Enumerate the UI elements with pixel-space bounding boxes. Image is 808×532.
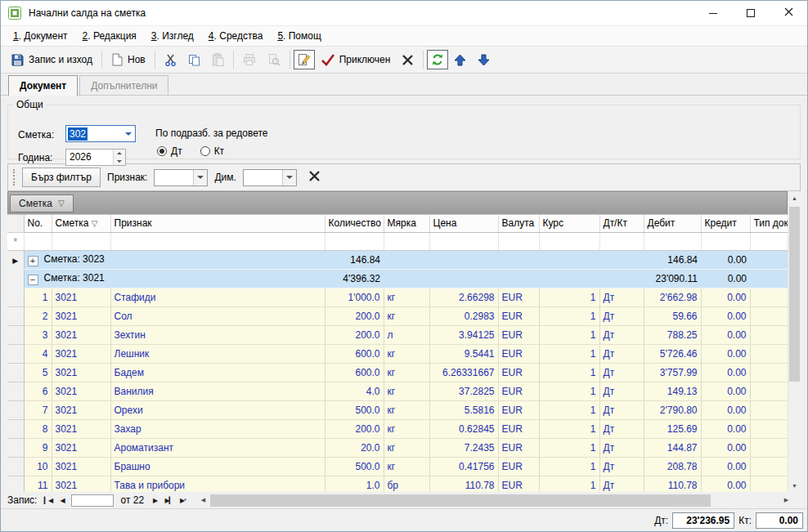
cell-credit[interactable]: 0.00 — [701, 457, 750, 476]
horizontal-scrollbar[interactable]: ◀ ▶ — [196, 494, 793, 507]
tab-additional[interactable]: Допълнителни — [79, 75, 168, 95]
cell-currency[interactable]: EUR — [498, 363, 539, 382]
cell-qty[interactable]: 200.0 — [325, 325, 384, 344]
account-combobox[interactable]: 302 — [65, 125, 136, 142]
cell-doctype[interactable] — [750, 438, 788, 457]
menu-item-3[interactable]: 3. Изглед — [144, 27, 201, 45]
cell-credit[interactable]: 0.00 — [701, 325, 750, 344]
group-row[interactable]: ▶+Сметка: 3023146.84146.840.00 — [7, 250, 788, 269]
minimize-button[interactable] — [694, 1, 732, 25]
cell-no[interactable]: 6 — [24, 382, 52, 400]
horizontal-scroll-track[interactable] — [210, 494, 779, 507]
vertical-scroll-thumb[interactable] — [789, 207, 800, 382]
filter-cell-price[interactable] — [429, 232, 498, 250]
vertical-scrollbar[interactable]: ▲ ▼ — [788, 191, 801, 492]
cell-currency[interactable]: EUR — [498, 400, 539, 419]
column-header-qty[interactable]: Количество — [325, 215, 384, 232]
close-button[interactable] — [770, 1, 807, 25]
maximize-button[interactable] — [732, 1, 770, 25]
cell-priznak[interactable]: Стафиди — [110, 288, 325, 306]
cell-unit[interactable]: кг — [384, 288, 429, 306]
save-exit-button[interactable]: Запис и изход — [5, 49, 98, 71]
column-header-priznak[interactable]: Признак — [110, 215, 325, 232]
year-spinner[interactable]: 2026 — [65, 149, 126, 166]
cell-unit[interactable]: кг — [384, 438, 429, 457]
filter-cell-credit[interactable] — [701, 232, 750, 250]
cell-dtkt[interactable]: Дт — [599, 438, 644, 457]
column-header-rate[interactable]: Курс — [539, 215, 599, 232]
next-record-button[interactable]: ▶ — [148, 494, 162, 507]
cell-debit[interactable]: 3'757.99 — [644, 363, 701, 382]
cell-credit[interactable]: 0.00 — [701, 382, 750, 400]
drag-grip[interactable] — [13, 169, 16, 186]
cell-no[interactable]: 7 — [24, 400, 52, 419]
cell-doctype[interactable] — [750, 457, 788, 476]
cell-priznak[interactable]: Зехтин — [110, 325, 325, 344]
column-header-currency[interactable]: Валута — [498, 215, 539, 232]
cell-no[interactable]: 10 — [24, 457, 52, 476]
cell-unit[interactable]: кг — [384, 363, 429, 382]
cell-rate[interactable]: 1 — [539, 306, 599, 325]
filter-cell-currency[interactable] — [498, 232, 539, 250]
cell-debit[interactable]: 788.25 — [644, 325, 701, 344]
cell-no[interactable]: 1 — [24, 288, 52, 306]
cell-credit[interactable]: 0.00 — [701, 400, 750, 419]
horizontal-scroll-thumb[interactable] — [210, 494, 711, 507]
cell-no[interactable]: 8 — [24, 419, 52, 438]
cell-dtkt[interactable]: Дт — [599, 419, 644, 438]
cell-credit[interactable]: 0.00 — [701, 363, 750, 382]
cell-currency[interactable]: EUR — [498, 457, 539, 476]
filter-cell-dtkt[interactable] — [599, 232, 644, 250]
cell-currency[interactable]: EUR — [498, 382, 539, 400]
menu-item-2[interactable]: 2. Редакция — [75, 27, 144, 45]
cell-qty[interactable]: 500.0 — [325, 457, 384, 476]
cell-doctype[interactable] — [750, 344, 788, 363]
cell-unit[interactable]: кг — [384, 400, 429, 419]
new-button[interactable]: Нов — [105, 49, 151, 70]
cell-price[interactable]: 7.2435 — [429, 438, 498, 457]
last-record-button[interactable]: ▶▎ — [162, 494, 176, 507]
cell-qty[interactable]: 200.0 — [325, 419, 384, 438]
spin-down-icon[interactable] — [114, 158, 125, 166]
cell-unit[interactable]: кг — [384, 382, 429, 400]
menu-item-4[interactable]: 4. Средства — [201, 27, 271, 45]
cell-priznak[interactable]: Тава и прибори — [110, 476, 325, 492]
radio-dt[interactable]: Дт — [157, 145, 182, 157]
cell-account[interactable]: 3021 — [52, 363, 110, 382]
cell-account[interactable]: 3021 — [52, 438, 110, 457]
menu-item-1[interactable]: 1. Документ — [6, 27, 75, 45]
cell-doctype[interactable] — [750, 400, 788, 419]
paste-button[interactable] — [206, 49, 230, 70]
cell-priznak[interactable]: Ароматизант — [110, 438, 325, 457]
scroll-left-icon[interactable]: ◀ — [196, 494, 210, 507]
cell-no[interactable]: 4 — [24, 344, 52, 363]
group-row[interactable]: −Сметка: 30214'396.3223'090.110.00 — [7, 269, 788, 288]
column-header-no[interactable]: No. — [24, 215, 52, 232]
tab-document[interactable]: Документ — [8, 75, 78, 96]
cell-qty[interactable]: 200.0 — [325, 306, 384, 325]
cell-doctype[interactable] — [750, 306, 788, 325]
cell-doctype[interactable] — [750, 363, 788, 382]
cell-rate[interactable]: 1 — [539, 476, 599, 492]
cell-credit[interactable]: 0.00 — [701, 476, 750, 492]
cell-debit[interactable]: 208.78 — [644, 457, 701, 476]
filter-cell-rate[interactable] — [539, 232, 599, 250]
dim-combobox[interactable] — [243, 169, 297, 186]
filter-cell-qty[interactable] — [325, 232, 384, 250]
scroll-up-icon[interactable]: ▲ — [788, 191, 801, 204]
cell-dtkt[interactable]: Дт — [599, 325, 644, 344]
cell-priznak[interactable]: Бадем — [110, 363, 325, 382]
cell-credit[interactable]: 0.00 — [701, 288, 750, 306]
cell-rate[interactable]: 1 — [539, 344, 599, 363]
filter-cell-account[interactable] — [52, 232, 110, 250]
cell-account[interactable]: 3021 — [52, 325, 110, 344]
cell-account[interactable]: 3021 — [52, 476, 110, 492]
cell-price[interactable]: 6.26331667 — [429, 363, 498, 382]
filter-cell-doctype[interactable] — [750, 232, 788, 250]
cell-rate[interactable]: 1 — [539, 457, 599, 476]
cell-priznak[interactable]: Орехи — [110, 400, 325, 419]
group-chip-account[interactable]: Сметка ▽ — [10, 194, 74, 212]
previous-record-button[interactable]: ◀ — [55, 494, 69, 507]
column-header-price[interactable]: Цена — [429, 215, 498, 232]
cancel-button[interactable] — [396, 50, 420, 70]
